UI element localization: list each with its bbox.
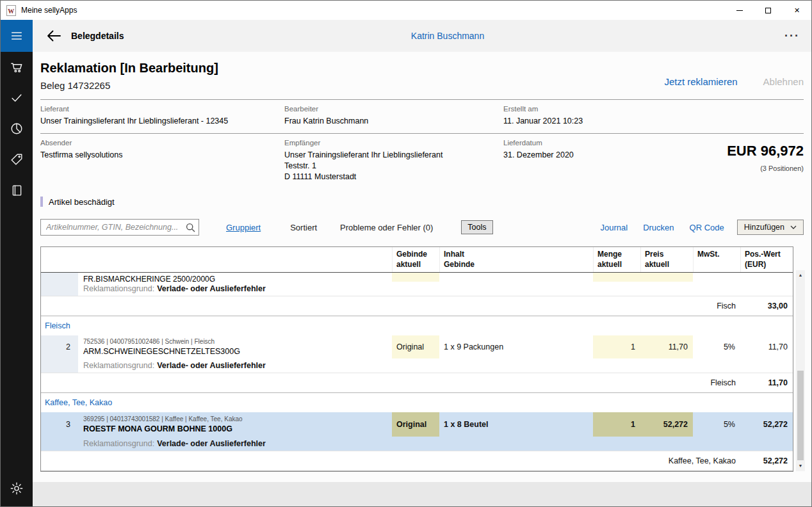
hinzufuegen-button[interactable]: Hinzufügen [737, 220, 804, 235]
reclaim-now-button[interactable]: Jetzt reklamieren [664, 76, 737, 87]
group-subtotal-row: Fleisch11,70 [41, 373, 793, 393]
group-label: Kaffee, Tee, Kakao [41, 393, 793, 412]
app-logo-icon: W [6, 5, 16, 16]
scrollbar-thumb[interactable] [797, 371, 804, 460]
scroll-down-icon[interactable]: ▼ [796, 462, 805, 471]
bearbeiter-value: Frau Katrin Buschmann [284, 116, 503, 127]
article-row[interactable]: 3369295 | 04013743001582 | Kaffee | Kaff… [41, 412, 793, 437]
group-subtotal-row: Kaffee, Tee, Kakao52,272 [41, 451, 793, 471]
document-header: Reklamation [In Bearbeitung] Beleg 14732… [40, 61, 804, 91]
reason-row: Reklamationsgrund:Verlade- oder Ausliefe… [41, 358, 793, 373]
user-name-link[interactable]: Katrin Buschmann [411, 31, 484, 41]
article-row[interactable]: FR.BISMARCKHERINGE 2500/2000G [41, 273, 793, 282]
subtotal-label: Kaffee, Tee, Kakao [41, 451, 740, 471]
col-header-wert: Pos.-Wert (EUR) [740, 247, 793, 272]
row-index [41, 273, 78, 282]
reason-cell: Reklamationsgrund:Verlade- oder Ausliefe… [78, 358, 793, 373]
table-scrollbar[interactable]: ▲ ▼ [796, 270, 805, 471]
subtotal-label: Fleisch [41, 373, 740, 392]
reason-value: Verlade- oder Auslieferfehler [157, 439, 266, 448]
status-note-bar [40, 197, 43, 207]
sidebar-item-statistics[interactable] [1, 113, 33, 144]
sidebar-item-journal[interactable] [1, 175, 33, 205]
row-index: 3 [41, 412, 78, 437]
probleme-filter[interactable]: Probleme oder Fehler (0) [340, 223, 433, 232]
article-cell: FR.BISMARCKHERINGE 2500/2000G [78, 273, 392, 282]
sidebar-item-menu[interactable] [1, 20, 33, 52]
sidebar [1, 20, 33, 506]
tools-button[interactable]: Tools [461, 220, 492, 234]
scroll-up-icon[interactable]: ▲ [796, 271, 805, 280]
sidebar-item-tasks[interactable] [1, 83, 33, 113]
row-index-cell [41, 282, 78, 296]
row-index: 2 [41, 335, 78, 358]
info-row-1: Lieferant Unser Trainingslieferant Ihr L… [40, 100, 804, 133]
more-options-icon[interactable]: ··· [784, 29, 800, 43]
hamburger-menu-icon [10, 29, 24, 43]
titlebar: W Meine sellyApps ✕ [1, 1, 811, 20]
inhalt-cell: 1 x 9 Packungen [439, 335, 593, 358]
col-header-preis: Preis aktuell [640, 247, 693, 272]
position-count: (3 Positionen) [727, 165, 804, 172]
preis-cell: 11,70 [640, 335, 693, 358]
group-subtotal-row: Fisch33,00 [41, 296, 793, 316]
lieferant-label: Lieferant [40, 105, 284, 113]
reject-button[interactable]: Ablehnen [763, 76, 804, 87]
reason-label: Reklamationsgrund: [83, 361, 154, 370]
journal-book-icon [10, 184, 24, 197]
close-button[interactable]: ✕ [783, 1, 811, 20]
reason-row: Reklamationsgrund:Verlade- oder Ausliefe… [41, 437, 793, 451]
absender-value: Testfirma sellysolutions [40, 150, 284, 161]
group-header-row[interactable]: Kaffee, Tee, Kakao [41, 393, 793, 412]
sortiert-toggle[interactable]: Sortiert [290, 223, 317, 232]
gebinde-cell [392, 273, 439, 282]
maximize-icon [765, 8, 771, 13]
drucken-link[interactable]: Drucken [643, 223, 674, 232]
bearbeiter-label: Bearbeiter [284, 105, 503, 113]
wert-cell [740, 273, 793, 282]
inhalt-cell [439, 273, 593, 282]
article-cell: 369295 | 04013743001582 | Kaffee | Kaffe… [78, 412, 392, 437]
col-header-article [78, 247, 392, 272]
search-input[interactable] [40, 219, 199, 236]
mwst-cell: 5% [693, 335, 740, 358]
preis-cell [640, 273, 693, 282]
page-title: Belegdetails [71, 31, 124, 41]
empfaenger-label: Empfänger [284, 139, 503, 147]
sidebar-item-cart[interactable] [1, 52, 33, 83]
col-header-empty-1 [41, 247, 78, 272]
close-icon: ✕ [794, 6, 800, 15]
gruppiert-toggle[interactable]: Gruppiert [226, 223, 261, 232]
minimize-icon [736, 10, 743, 11]
reason-label: Reklamationsgrund: [83, 439, 154, 448]
article-meta: 369295 | 04013743001582 | Kaffee | Kaffe… [83, 415, 387, 423]
wert-cell: 52,272 [740, 412, 793, 437]
back-button[interactable] [47, 30, 61, 42]
gebinde-cell: Original [392, 412, 439, 437]
col-header-gebinde: Gebinde aktuell [392, 247, 439, 272]
hinzufuegen-label: Hinzufügen [744, 223, 784, 232]
article-toolbar: Gruppiert Sortiert Probleme oder Fehler … [40, 218, 804, 236]
journal-link[interactable]: Journal [600, 223, 628, 232]
qr-code-link[interactable]: QR Code [690, 223, 724, 232]
erstellt-am-value: 11. Januar 2021 10:23 [503, 116, 804, 127]
group-header-row[interactable]: Fleisch [41, 316, 793, 335]
menge-cell [593, 273, 640, 282]
sidebar-item-settings[interactable] [1, 474, 33, 503]
info-row-2: Absender Testfirma sellysolutions Empfän… [40, 134, 804, 189]
maximize-button[interactable] [754, 1, 783, 20]
shopping-cart-icon [10, 60, 24, 75]
article-name: FR.BISMARCKHERINGE 2500/2000G [83, 275, 387, 282]
table-wrap: Gebinde aktuell Inhalt Gebinde Menge akt… [40, 246, 805, 472]
mwst-cell: 5% [693, 412, 740, 437]
subtotal-value: 52,272 [740, 451, 793, 471]
search-icon[interactable] [186, 223, 195, 234]
article-row[interactable]: 2752536 | 04007951002486 | Schwein | Fle… [41, 335, 793, 358]
article-cell: 752536 | 04007951002486 | Schwein | Flei… [78, 335, 392, 358]
sidebar-item-prices[interactable] [1, 144, 33, 175]
minimize-button[interactable] [725, 1, 754, 20]
reason-cell: Reklamationsgrund:Verlade- oder Ausliefe… [78, 437, 793, 451]
absender-label: Absender [40, 139, 284, 147]
table-header-row: Gebinde aktuell Inhalt Gebinde Menge akt… [41, 247, 793, 273]
reason-label: Reklamationsgrund: [83, 284, 154, 293]
